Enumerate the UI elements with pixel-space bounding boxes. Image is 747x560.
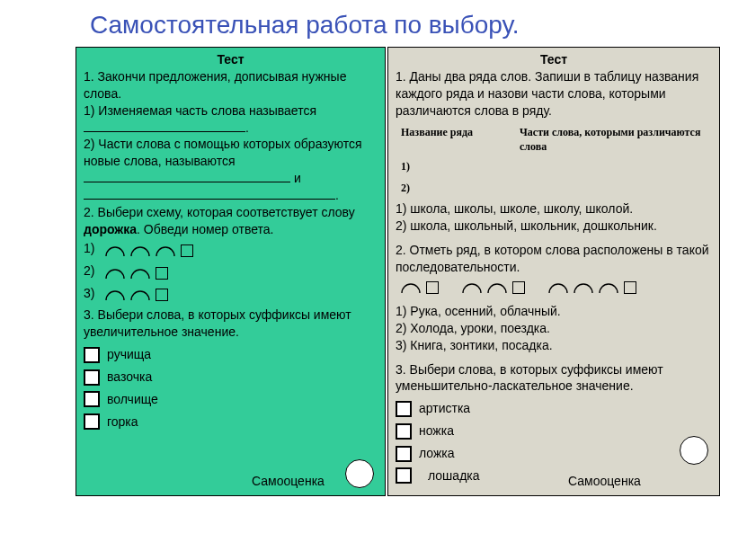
right-row2: 2) школа, школьный, школьник, дошкольник… bbox=[396, 218, 712, 235]
right-word-4: лошадка bbox=[396, 467, 712, 484]
left-word-2: вазочка bbox=[84, 369, 378, 386]
arc-icon bbox=[130, 246, 150, 257]
arc-icon bbox=[401, 283, 421, 294]
left-q1-p2-join: и bbox=[290, 171, 301, 185]
left-opt3-num: 3) bbox=[84, 285, 100, 302]
checkbox[interactable] bbox=[84, 347, 100, 363]
checkbox[interactable] bbox=[396, 423, 412, 440]
arc-icon bbox=[548, 283, 568, 294]
arc-icon bbox=[130, 269, 150, 280]
square-icon bbox=[512, 281, 525, 294]
table-th1: Название ряда bbox=[396, 123, 514, 156]
left-scheme-1[interactable]: 1) bbox=[84, 240, 378, 257]
left-opt2-num: 2) bbox=[84, 262, 100, 280]
square-icon bbox=[156, 289, 168, 301]
left-scheme-2[interactable]: 2) bbox=[84, 262, 378, 280]
self-eval-circle[interactable] bbox=[680, 436, 708, 465]
arc-icon bbox=[130, 290, 150, 301]
right-word-2: ножка bbox=[396, 422, 712, 440]
blank-input-3[interactable] bbox=[84, 188, 335, 200]
right-ans1: 1) Рука, осенний, облачный. bbox=[396, 303, 712, 320]
left-w4: горка bbox=[107, 413, 138, 431]
arc-icon bbox=[574, 283, 593, 294]
square-icon bbox=[156, 267, 168, 280]
square-icon bbox=[181, 244, 193, 257]
table-r2[interactable]: 2) bbox=[396, 177, 514, 199]
arc-icon bbox=[156, 246, 175, 257]
table-th2: Части слова, которыми различаются слова bbox=[514, 123, 712, 156]
columns: Тест 1. Закончи предложения, дописывая н… bbox=[76, 47, 720, 496]
arc-icon bbox=[105, 269, 125, 280]
left-q2a: 2. Выбери схему, которая соответствует с… bbox=[84, 205, 355, 219]
right-word-3: ложка bbox=[396, 445, 712, 462]
right-w4: лошадка bbox=[419, 467, 480, 484]
blank-input-2[interactable] bbox=[84, 171, 290, 183]
checkbox[interactable] bbox=[84, 369, 100, 386]
left-q1-p2-blank2row: . bbox=[84, 187, 378, 204]
left-opt1-num: 1) bbox=[84, 240, 100, 257]
right-row1: 1) школа, школы, школе, школу, школой. bbox=[396, 200, 712, 218]
checkbox[interactable] bbox=[396, 467, 412, 484]
left-q2: 2. Выбери схему, которая соответствует с… bbox=[84, 204, 378, 238]
left-q1-line1: 1. Закончи предложения, дописывая нужные… bbox=[84, 68, 378, 102]
left-q2b: . Обведи номер ответа. bbox=[137, 222, 273, 236]
left-word-1: ручища bbox=[84, 346, 378, 363]
left-w1: ручища bbox=[107, 346, 151, 363]
left-self-label: Самооценка bbox=[252, 473, 325, 490]
arc-icon bbox=[105, 246, 125, 257]
left-q1-p1a: 1) Изменяемая часть слова называется bbox=[84, 103, 316, 118]
left-w2: вазочка bbox=[107, 369, 152, 386]
left-head: Тест bbox=[84, 51, 378, 68]
page-title: Самостоятельная работа по выбору. bbox=[90, 11, 520, 40]
left-w3: волчище bbox=[107, 391, 158, 408]
left-word-4: горка bbox=[84, 413, 378, 431]
right-w1: артистка bbox=[419, 400, 470, 417]
card-left: Тест 1. Закончи предложения, дописывая н… bbox=[76, 47, 386, 496]
left-q1-p1: 1) Изменяемая часть слова называется bbox=[84, 102, 378, 120]
table-r1[interactable]: 1) bbox=[396, 156, 514, 177]
arc-icon bbox=[105, 290, 125, 301]
arc-icon bbox=[487, 283, 507, 294]
right-q3: 3. Выбери слова, в которых суффиксы имею… bbox=[396, 361, 712, 396]
left-q1-p2: 2) Части слова с помощью которых образую… bbox=[84, 136, 378, 170]
mini-table: Название ряда Части слова, которыми разл… bbox=[396, 123, 712, 200]
right-self-label: Самооценка bbox=[568, 473, 641, 490]
right-q1: 1. Даны два ряда слов. Запиши в таблицу … bbox=[396, 68, 712, 120]
arc-icon bbox=[462, 283, 482, 294]
right-w3: ложка bbox=[419, 445, 455, 462]
left-word-3: волчище bbox=[84, 391, 378, 408]
arc-icon bbox=[599, 283, 618, 294]
right-sequence-row bbox=[401, 281, 712, 294]
left-q2-word: дорожка bbox=[84, 222, 137, 236]
blank-input-1[interactable] bbox=[84, 120, 245, 132]
left-q1-p1-blankrow: . bbox=[84, 120, 378, 137]
right-q2: 2. Отметь ряд, в котором слова расположе… bbox=[396, 242, 712, 276]
self-eval-circle[interactable] bbox=[345, 459, 374, 488]
checkbox[interactable] bbox=[84, 413, 100, 430]
right-head: Тест bbox=[396, 51, 712, 68]
left-q1-p2-blanks: и bbox=[84, 170, 378, 187]
checkbox[interactable] bbox=[84, 391, 100, 407]
right-word-1: артистка bbox=[396, 400, 712, 417]
left-q3: 3. Выбери слова, в которых суффиксы имею… bbox=[84, 307, 378, 341]
right-w2: ножка bbox=[419, 422, 454, 440]
right-ans2: 2) Холода, уроки, поездка. bbox=[396, 320, 712, 337]
square-icon bbox=[624, 281, 636, 294]
card-right: Тест 1. Даны два ряда слов. Запиши в таб… bbox=[387, 47, 720, 496]
checkbox[interactable] bbox=[396, 401, 412, 417]
right-ans3: 3) Книга, зонтики, посадка. bbox=[396, 337, 712, 354]
left-q1-p1-trail: . bbox=[245, 120, 249, 135]
square-icon bbox=[426, 281, 439, 294]
left-q1-p2-trail2: . bbox=[335, 188, 339, 202]
checkbox[interactable] bbox=[396, 446, 412, 462]
left-scheme-3[interactable]: 3) bbox=[84, 285, 378, 302]
